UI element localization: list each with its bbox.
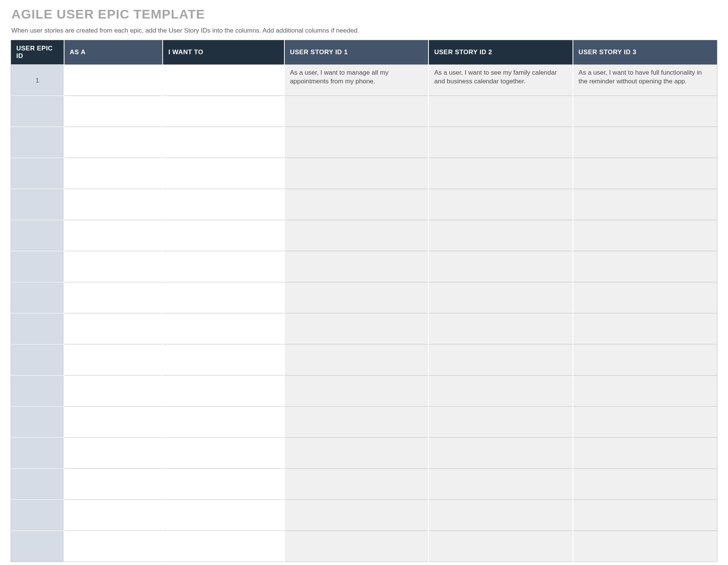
cell-i-want[interactable]	[163, 344, 284, 376]
cell-i-want[interactable]	[163, 158, 284, 189]
cell-story-2[interactable]: As a user, I want to see my family calen…	[428, 65, 573, 96]
cell-epic-id[interactable]	[11, 127, 64, 158]
cell-story-1[interactable]	[284, 313, 429, 344]
cell-story-1[interactable]	[284, 438, 429, 469]
cell-story-3[interactable]	[573, 438, 717, 469]
cell-i-want[interactable]	[163, 251, 284, 282]
cell-as-a[interactable]	[64, 376, 163, 407]
cell-as-a[interactable]	[64, 65, 163, 96]
cell-story-1[interactable]: As a user, I want to manage all my appoi…	[284, 65, 429, 96]
cell-story-1[interactable]	[284, 96, 429, 127]
cell-i-want[interactable]	[163, 531, 284, 562]
cell-story-3[interactable]	[573, 282, 717, 313]
cell-as-a[interactable]	[64, 469, 163, 500]
cell-as-a[interactable]	[64, 500, 163, 531]
cell-epic-id[interactable]: 1	[11, 65, 64, 96]
cell-story-3[interactable]	[573, 313, 717, 344]
cell-as-a[interactable]	[64, 251, 163, 282]
cell-story-2[interactable]	[428, 500, 573, 531]
cell-epic-id[interactable]	[11, 469, 64, 500]
cell-story-1[interactable]	[284, 251, 429, 282]
col-header-as-a: AS A	[64, 40, 163, 65]
cell-story-2[interactable]	[428, 407, 573, 438]
cell-story-2[interactable]	[428, 158, 573, 189]
cell-epic-id[interactable]	[11, 220, 64, 251]
cell-epic-id[interactable]	[11, 500, 64, 531]
cell-story-3[interactable]	[573, 96, 717, 127]
cell-i-want[interactable]	[163, 127, 284, 158]
cell-story-1[interactable]	[284, 282, 429, 313]
cell-epic-id[interactable]	[11, 376, 64, 407]
cell-story-1[interactable]	[284, 407, 429, 438]
cell-story-3[interactable]	[573, 189, 717, 220]
cell-as-a[interactable]	[64, 127, 163, 158]
cell-epic-id[interactable]	[11, 313, 64, 344]
cell-story-3[interactable]	[573, 407, 717, 438]
cell-story-2[interactable]	[428, 313, 573, 344]
cell-as-a[interactable]	[64, 282, 163, 313]
cell-story-3[interactable]	[573, 500, 717, 531]
cell-epic-id[interactable]	[11, 282, 64, 313]
cell-i-want[interactable]	[163, 282, 284, 313]
cell-i-want[interactable]	[163, 65, 284, 96]
cell-story-3[interactable]	[573, 469, 717, 500]
cell-story-1[interactable]	[284, 127, 429, 158]
cell-story-3[interactable]	[573, 376, 717, 407]
cell-epic-id[interactable]	[11, 158, 64, 189]
cell-story-3[interactable]	[573, 251, 717, 282]
cell-story-1[interactable]	[284, 376, 429, 407]
cell-story-2[interactable]	[428, 344, 573, 376]
cell-story-2[interactable]	[428, 127, 573, 158]
cell-i-want[interactable]	[163, 189, 284, 220]
cell-i-want[interactable]	[163, 376, 284, 407]
cell-epic-id[interactable]	[11, 96, 64, 127]
cell-story-3[interactable]	[573, 344, 717, 376]
cell-i-want[interactable]	[163, 220, 284, 251]
cell-story-2[interactable]	[428, 282, 573, 313]
cell-story-3[interactable]	[573, 531, 717, 562]
cell-as-a[interactable]	[64, 158, 163, 189]
cell-as-a[interactable]	[64, 438, 163, 469]
cell-as-a[interactable]	[64, 96, 163, 127]
cell-as-a[interactable]	[64, 220, 163, 251]
cell-epic-id[interactable]	[11, 531, 64, 562]
cell-epic-id[interactable]	[11, 407, 64, 438]
cell-i-want[interactable]	[163, 96, 284, 127]
cell-story-2[interactable]	[428, 376, 573, 407]
cell-as-a[interactable]	[64, 313, 163, 344]
cell-epic-id[interactable]	[11, 251, 64, 282]
cell-story-1[interactable]	[284, 469, 429, 500]
cell-story-3[interactable]	[573, 127, 717, 158]
cell-story-1[interactable]	[284, 189, 429, 220]
cell-story-1[interactable]	[284, 344, 429, 376]
cell-epic-id[interactable]	[11, 344, 64, 376]
cell-story-1[interactable]	[284, 500, 429, 531]
cell-as-a[interactable]	[64, 531, 163, 562]
cell-i-want[interactable]	[163, 407, 284, 438]
cell-story-2[interactable]	[428, 251, 573, 282]
table-row	[11, 438, 717, 469]
cell-story-1[interactable]	[284, 531, 429, 562]
cell-as-a[interactable]	[64, 344, 163, 376]
cell-i-want[interactable]	[163, 500, 284, 531]
cell-story-2[interactable]	[428, 531, 573, 562]
table-row	[11, 158, 717, 189]
cell-story-3[interactable]	[573, 158, 717, 189]
cell-story-1[interactable]	[284, 158, 429, 189]
cell-i-want[interactable]	[163, 469, 284, 500]
cell-epic-id[interactable]	[11, 189, 64, 220]
cell-story-3[interactable]	[573, 220, 717, 251]
cell-story-1[interactable]	[284, 220, 429, 251]
cell-story-3[interactable]: As a user, I want to have full functiona…	[573, 65, 717, 96]
cell-story-2[interactable]	[428, 96, 573, 127]
table-row	[11, 96, 717, 127]
cell-story-2[interactable]	[428, 189, 573, 220]
cell-story-2[interactable]	[428, 438, 573, 469]
cell-i-want[interactable]	[163, 438, 284, 469]
cell-story-2[interactable]	[428, 469, 573, 500]
cell-i-want[interactable]	[163, 313, 284, 344]
cell-epic-id[interactable]	[11, 438, 64, 469]
cell-as-a[interactable]	[64, 189, 163, 220]
cell-as-a[interactable]	[64, 407, 163, 438]
cell-story-2[interactable]	[428, 220, 573, 251]
